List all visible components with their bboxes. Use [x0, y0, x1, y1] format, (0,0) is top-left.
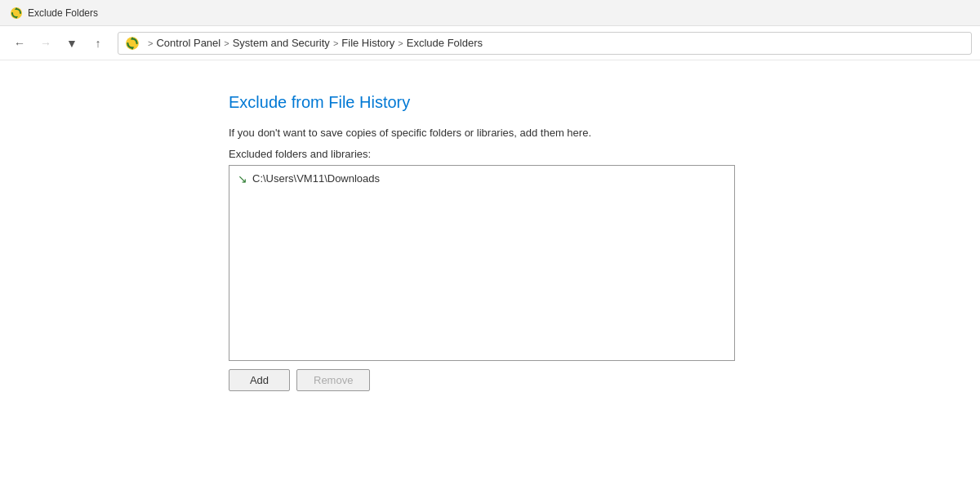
chevron-down-icon: ▼ — [66, 37, 78, 50]
add-button[interactable]: Add — [229, 369, 290, 391]
breadcrumb-icon — [125, 36, 140, 51]
up-icon: ↑ — [96, 37, 101, 50]
breadcrumb-item-1[interactable]: System and Security — [233, 37, 330, 49]
breadcrumb: > Control Panel > System and Security > … — [118, 32, 972, 55]
dropdown-button[interactable]: ▼ — [60, 32, 83, 55]
forward-icon: → — [40, 37, 51, 50]
list-item[interactable]: ↘ C:\Users\VM11\Downloads — [234, 171, 729, 187]
folders-label: Excluded folders and libraries: — [229, 148, 751, 160]
title-bar-text: Exclude Folders — [28, 7, 98, 19]
description-text: If you don't want to save copies of spec… — [229, 125, 751, 141]
up-button[interactable]: ↑ — [87, 32, 109, 55]
content-panel: Exclude from File History If you don't w… — [229, 93, 751, 391]
main-content: Exclude from File History If you don't w… — [0, 60, 980, 424]
breadcrumb-sep-2: > — [333, 38, 338, 48]
breadcrumb-sep-0: > — [148, 38, 153, 48]
page-title: Exclude from File History — [229, 93, 751, 112]
folder-path: C:\Users\VM11\Downloads — [252, 172, 380, 185]
folders-list[interactable]: ↘ C:\Users\VM11\Downloads — [229, 165, 735, 361]
breadcrumb-sep-3: > — [398, 38, 403, 48]
breadcrumb-sep-1: > — [224, 38, 229, 48]
back-button[interactable]: ← — [8, 32, 31, 55]
title-bar-icon — [10, 7, 23, 20]
buttons-row: Add Remove — [229, 369, 751, 391]
breadcrumb-item-0[interactable]: Control Panel — [156, 37, 220, 49]
remove-button[interactable]: Remove — [296, 369, 370, 391]
back-icon: ← — [14, 37, 25, 50]
nav-bar: ← → ▼ ↑ > Control Panel > System and Sec… — [0, 26, 980, 60]
breadcrumb-item-3: Exclude Folders — [407, 37, 483, 49]
title-bar: Exclude Folders — [0, 0, 980, 26]
forward-button[interactable]: → — [34, 32, 57, 55]
breadcrumb-item-2[interactable]: File History — [341, 37, 394, 49]
download-icon: ↘ — [238, 172, 247, 185]
